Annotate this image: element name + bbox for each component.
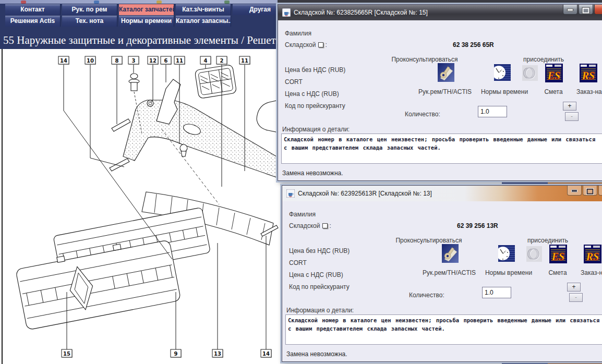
svg-text:14: 14: [60, 58, 67, 64]
estimate-document-icon[interactable]: [545, 64, 563, 82]
close-icon[interactable]: [594, 5, 602, 15]
part-dialog-623925613R: Складской №: 623925613R [Складской №: 13…: [282, 185, 602, 362]
svg-text:6: 6: [164, 58, 168, 64]
work-order-icon-label: Заказ-нар: [581, 269, 602, 276]
callout-6[interactable]: 6: [161, 56, 172, 82]
quantity-minus-button[interactable]: -: [569, 293, 583, 302]
part-info-textbox[interactable]: Складской номер в каталоге цен неизвесте…: [285, 314, 602, 345]
svg-text:13: 13: [214, 351, 221, 357]
quantity-input[interactable]: [482, 287, 511, 298]
work-order-icon-label: Заказ-наря: [576, 88, 602, 95]
svg-text:3: 3: [132, 58, 136, 64]
consult-group-label: Проконсультироваться: [384, 237, 473, 244]
stock-number-value: 62 39 256 13R: [457, 222, 498, 229]
part-cowl-panel: [123, 100, 276, 177]
maximize-icon[interactable]: [579, 5, 593, 15]
stock-number-row: Складской :: [289, 222, 331, 229]
callout-8[interactable]: 8: [112, 56, 123, 124]
stock-label: Складской: [289, 222, 320, 229]
part-info-textbox[interactable]: Складской номер в каталоге цен неизвесте…: [281, 134, 602, 164]
svg-text:9: 9: [174, 351, 178, 357]
replacement-status: Замена невозможна.: [282, 169, 343, 177]
time-norms-icon-label: Нормы времени: [476, 269, 541, 276]
quantity-plus-button[interactable]: +: [567, 283, 581, 292]
checkbox-glyph-icon: [318, 42, 323, 47]
minimize-icon[interactable]: [563, 5, 577, 15]
part-housing: [257, 100, 279, 132]
dialog-title: Складской №: 623825665R [Складской №: 15…: [294, 9, 428, 16]
callout-4[interactable]: 4: [200, 56, 211, 68]
svg-text:15: 15: [63, 351, 70, 357]
part-strip-8: [112, 119, 130, 131]
attach-group-label: присоединить: [516, 237, 579, 244]
part-bolt: [180, 144, 187, 156]
wrench-manual-icon[interactable]: [442, 244, 459, 263]
java-cup-icon: [286, 189, 295, 198]
svg-text:11: 11: [241, 58, 248, 64]
part-info-label: Информация о детали:: [286, 307, 354, 314]
work-order-document-icon[interactable]: [580, 64, 597, 82]
dialog-title: Складской №: 623925613R [Складской №: 13…: [298, 190, 432, 197]
callout-10[interactable]: 10: [85, 56, 124, 167]
quantity-label: Количество:: [405, 111, 440, 118]
quantity-label: Количество:: [409, 292, 444, 299]
attach-group-label: присоединить: [512, 56, 575, 63]
time-norms-clock-icon[interactable]: [494, 64, 511, 81]
cort-label: CORT: [285, 78, 303, 86]
price-code-label: Код по прейскуранту: [285, 102, 345, 110]
stock-number-row: Складской :: [285, 41, 327, 48]
manual-icon-label: Рук.рем/TH/ACTIS: [408, 88, 481, 95]
svg-text:11: 11: [176, 58, 183, 64]
part-clip: [147, 100, 153, 106]
close-icon[interactable]: [598, 186, 602, 196]
time-norms-clock-icon[interactable]: [498, 245, 515, 262]
dialog-titlebar[interactable]: Складской №: 623925613R [Складской №: 13…: [282, 186, 602, 201]
estimate-icon-label: Смета: [538, 88, 569, 95]
callout-3[interactable]: 3: [128, 56, 139, 73]
svg-text:8: 8: [115, 58, 119, 64]
minimize-icon[interactable]: [567, 186, 582, 196]
replacement-status: Замена невозможна.: [286, 350, 347, 358]
part-vent-grille: [195, 65, 237, 99]
callout-12[interactable]: 12: [148, 56, 159, 103]
wrench-manual-icon[interactable]: [438, 63, 454, 82]
surname-label: Фамилия: [289, 211, 316, 218]
stock-label: Складской: [285, 41, 316, 48]
surname-label: Фамилия: [285, 30, 311, 37]
part-info-label: Информация о детали:: [282, 126, 350, 133]
part-strip-10: [110, 159, 129, 171]
price-vat-label: Цена с НДС (RUB): [285, 90, 339, 98]
java-cup-icon: [282, 8, 291, 17]
manual-icon-label: Рук.рем/TH/ACTIS: [413, 269, 486, 276]
price-code-label: Код по прейскуранту: [289, 283, 350, 290]
dialog-titlebar[interactable]: Складской №: 623825665R [Складской №: 15…: [278, 5, 602, 20]
price-no-vat-label: Цена без НДС (RUB): [289, 247, 350, 254]
app-screen: Контакт Рук. по рем Каталог запчастей Ка…: [0, 0, 602, 364]
time-norms-icon-label: Нормы времени: [472, 88, 537, 95]
stock-number-value: 62 38 256 65R: [453, 41, 494, 48]
svg-text:10: 10: [87, 58, 94, 64]
svg-text:14: 14: [262, 351, 270, 357]
price-no-vat-label: Цена без НДС (RUB): [285, 66, 345, 74]
svg-text:2: 2: [220, 58, 224, 64]
callout-14[interactable]: 14: [261, 236, 272, 358]
svg-text:4: 4: [204, 58, 208, 64]
svg-text:12: 12: [149, 58, 156, 64]
cort-label: CORT: [289, 259, 307, 266]
coins-disabled-icon: [526, 246, 542, 262]
quantity-plus-button[interactable]: +: [563, 102, 576, 111]
maximize-icon[interactable]: [583, 186, 597, 196]
callout-13[interactable]: 13: [212, 243, 223, 358]
work-order-document-icon[interactable]: [584, 245, 601, 263]
estimate-document-icon[interactable]: [549, 245, 567, 263]
coins-disabled-icon: [522, 65, 538, 81]
part-dialog-623825665R: Складской №: 623825665R [Складской №: 15…: [278, 4, 602, 181]
quantity-input[interactable]: [478, 106, 507, 117]
checkbox-glyph-icon: [322, 223, 328, 228]
price-vat-label: Цена с НДС (RUB): [289, 271, 343, 278]
estimate-icon-label: Смета: [542, 269, 573, 276]
quantity-minus-button[interactable]: -: [565, 112, 579, 121]
consult-group-label: Проконсультироваться: [380, 56, 469, 63]
